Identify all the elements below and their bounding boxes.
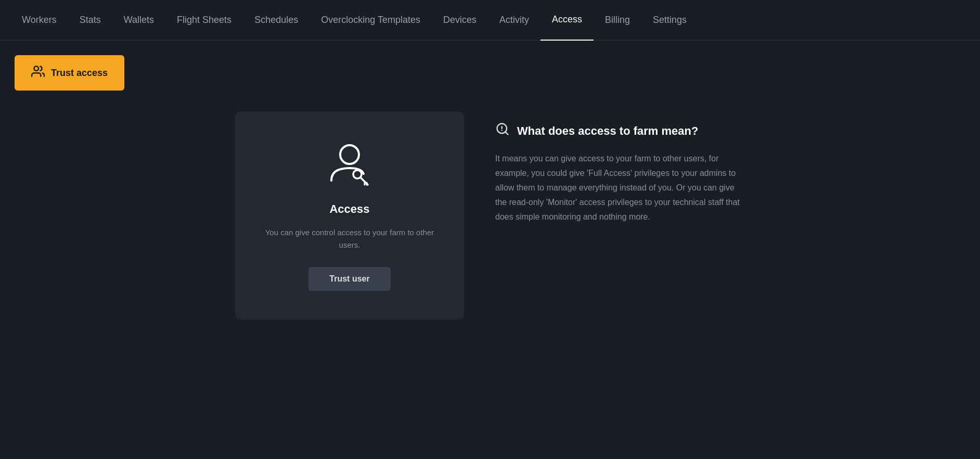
nav-item-schedules[interactable]: Schedules bbox=[243, 0, 310, 41]
nav-item-flight-sheets[interactable]: Flight Sheets bbox=[165, 0, 243, 41]
access-card-description: You can give control access to your farm… bbox=[256, 226, 443, 251]
center-section: Access You can give control access to yo… bbox=[15, 111, 965, 320]
info-title-container: What does access to farm mean? bbox=[495, 122, 745, 140]
main-navigation: WorkersStatsWalletsFlight SheetsSchedule… bbox=[0, 0, 980, 41]
svg-line-7 bbox=[505, 132, 508, 134]
users-icon bbox=[31, 65, 45, 81]
info-section: What does access to farm mean? It means … bbox=[495, 111, 745, 224]
info-body-text: It means you can give access to your far… bbox=[495, 151, 745, 224]
access-icon-container bbox=[326, 140, 373, 187]
nav-item-billing[interactable]: Billing bbox=[594, 0, 641, 41]
access-card: Access You can give control access to yo… bbox=[235, 111, 464, 320]
access-card-title: Access bbox=[329, 202, 369, 216]
nav-item-activity[interactable]: Activity bbox=[488, 0, 540, 41]
info-icon bbox=[495, 122, 510, 140]
nav-item-workers[interactable]: Workers bbox=[10, 0, 68, 41]
info-title-text: What does access to farm mean? bbox=[517, 124, 698, 138]
trust-user-button[interactable]: Trust user bbox=[308, 267, 390, 291]
nav-item-stats[interactable]: Stats bbox=[68, 0, 112, 41]
trust-access-label: Trust access bbox=[51, 68, 108, 79]
nav-item-overclocking-templates[interactable]: Overclocking Templates bbox=[310, 0, 432, 41]
nav-item-access[interactable]: Access bbox=[540, 0, 594, 41]
main-content: Trust access Access bbox=[0, 41, 980, 334]
trust-access-button[interactable]: Trust access bbox=[15, 55, 124, 91]
nav-item-settings[interactable]: Settings bbox=[641, 0, 698, 41]
svg-point-1 bbox=[340, 145, 359, 164]
nav-item-wallets[interactable]: Wallets bbox=[112, 0, 165, 41]
svg-point-0 bbox=[34, 66, 38, 71]
user-with-key-icon bbox=[326, 140, 373, 187]
nav-item-devices[interactable]: Devices bbox=[432, 0, 488, 41]
